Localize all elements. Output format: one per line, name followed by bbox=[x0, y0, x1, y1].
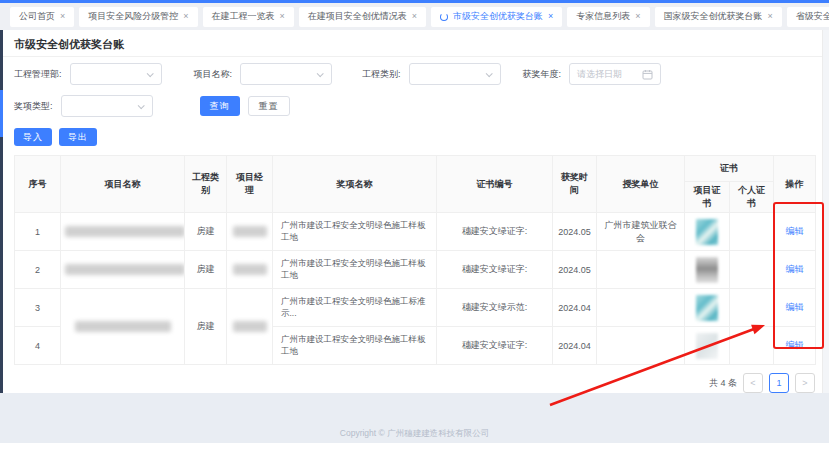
filter-year: 获奖年度: 请选择日期 bbox=[523, 63, 662, 85]
footer-copyright: Copyright © 广州穗建建造科技有限公司 bbox=[0, 428, 829, 440]
cell-unit bbox=[597, 251, 685, 289]
tab-national-award-ledger[interactable]: 国家级安全创优获奖台账 × bbox=[655, 7, 782, 27]
tab-label: 市级安全创优获奖台账 bbox=[453, 10, 543, 23]
tab-provincial-award-ledger[interactable]: 省级安全创优获奖台账 × bbox=[787, 7, 829, 27]
header-cert-no: 证书编号 bbox=[437, 156, 553, 213]
header-seq: 序号 bbox=[15, 156, 61, 213]
calendar-icon bbox=[642, 69, 653, 80]
cell-category: 房建 bbox=[185, 289, 227, 365]
cell-cert-no: 穗建安文绿证字: bbox=[437, 251, 553, 289]
header-time: 获奖时间 bbox=[553, 156, 597, 213]
close-icon[interactable]: × bbox=[635, 12, 640, 21]
category-select[interactable] bbox=[409, 63, 501, 85]
cell-category: 房建 bbox=[185, 213, 227, 251]
cell-category: 房建 bbox=[185, 251, 227, 289]
cell-seq: 1 bbox=[15, 213, 61, 251]
cell-award: 广州市建设工程安全文明绿色施工标准示... bbox=[273, 289, 437, 327]
header-action: 操作 bbox=[774, 156, 816, 213]
awards-table: 序号 项目名称 工程类别 项目经理 奖项名称 证书编号 获奖时间 授奖单位 证书… bbox=[14, 155, 816, 365]
reset-button[interactable]: 重置 bbox=[248, 96, 290, 116]
tab-label: 在建项目安全创优情况表 bbox=[308, 10, 407, 23]
chevron-down-icon bbox=[137, 102, 144, 109]
cell-cert-no: 穗建安文绿示范: bbox=[437, 289, 553, 327]
cell-time: 2024.04 bbox=[553, 327, 597, 365]
close-icon[interactable]: × bbox=[412, 12, 417, 21]
loading-spinner-icon bbox=[440, 13, 448, 21]
close-icon[interactable]: × bbox=[280, 12, 285, 21]
cell-time: 2024.05 bbox=[553, 251, 597, 289]
tab-inprogress-award-status[interactable]: 在建项目安全创优情况表 × bbox=[299, 7, 426, 27]
header-project-cert: 项目证书 bbox=[685, 182, 730, 213]
tab-projects-overview[interactable]: 在建工程一览表 × bbox=[203, 7, 294, 27]
tab-label: 在建工程一览表 bbox=[212, 10, 275, 23]
cell-personal-cert bbox=[730, 289, 774, 327]
header-personal-cert: 个人证书 bbox=[730, 182, 774, 213]
scrollbar-track[interactable] bbox=[822, 30, 829, 393]
next-page-button[interactable]: > bbox=[795, 373, 815, 393]
search-button[interactable]: 查询 bbox=[200, 96, 240, 116]
edit-link[interactable]: 编辑 bbox=[786, 302, 804, 312]
cell-action: 编辑 bbox=[774, 213, 816, 251]
certificate-thumbnail[interactable] bbox=[696, 219, 718, 245]
tab-company-home[interactable]: 公司首页 × bbox=[10, 7, 74, 27]
cell-time: 2024.04 bbox=[553, 289, 597, 327]
tab-label: 项目安全风险分级管控 bbox=[88, 10, 178, 23]
cell-time: 2024.05 bbox=[553, 213, 597, 251]
cell-project-cert bbox=[685, 327, 730, 365]
close-icon[interactable]: × bbox=[548, 12, 553, 21]
cell-action: 编辑 bbox=[774, 327, 816, 365]
edit-link[interactable]: 编辑 bbox=[786, 264, 804, 274]
filter-project: 项目名称: bbox=[194, 63, 333, 85]
cell-action: 编辑 bbox=[774, 251, 816, 289]
header-award: 奖项名称 bbox=[273, 156, 437, 213]
cell-project-cert bbox=[685, 213, 730, 251]
close-icon[interactable]: × bbox=[60, 12, 65, 21]
cell-personal-cert bbox=[730, 327, 774, 365]
certificate-thumbnail[interactable] bbox=[696, 295, 718, 321]
award-type-select[interactable] bbox=[61, 95, 153, 117]
table-row: 1 房建 广州市建设工程安全文明绿色施工样板工地 穗建安文绿证字: 2024.0… bbox=[15, 213, 816, 251]
redacted-text bbox=[65, 226, 185, 237]
chevron-down-icon bbox=[317, 70, 324, 77]
cell-unit: 广州市建筑业联合会 bbox=[597, 213, 685, 251]
export-button[interactable]: 导出 bbox=[59, 128, 97, 146]
filter-row-1: 工程管理部: 项目名称: 工程类别: 获奖年度: 请选择日期 bbox=[3, 63, 829, 85]
certificate-thumbnail[interactable] bbox=[696, 257, 718, 283]
prev-page-button[interactable]: < bbox=[743, 373, 763, 393]
cell-action: 编辑 bbox=[774, 289, 816, 327]
cell-personal-cert bbox=[730, 213, 774, 251]
cell-award: 广州市建设工程安全文明绿色施工样板工地 bbox=[273, 327, 437, 365]
filter-award-type: 奖项类型: bbox=[14, 95, 153, 117]
pagination: 共 4 条 < 1 > bbox=[3, 373, 829, 393]
project-name-select[interactable] bbox=[240, 63, 332, 85]
edit-link[interactable]: 编辑 bbox=[786, 226, 804, 236]
cell-project-cert bbox=[685, 251, 730, 289]
header-manager: 项目经理 bbox=[227, 156, 273, 213]
page-1-button[interactable]: 1 bbox=[769, 373, 789, 393]
tab-project-risk-control[interactable]: 项目安全风险分级管控 × bbox=[79, 7, 197, 27]
toolbar: 导入 导出 bbox=[3, 128, 829, 146]
dept-select[interactable] bbox=[70, 63, 162, 85]
date-placeholder: 请选择日期 bbox=[577, 68, 642, 81]
header-project: 项目名称 bbox=[61, 156, 185, 213]
tab-expert-list[interactable]: 专家信息列表 × bbox=[567, 7, 649, 27]
cell-manager-redacted bbox=[227, 289, 273, 365]
cell-seq: 2 bbox=[15, 251, 61, 289]
tab-label: 省级安全创优获奖台账 bbox=[796, 10, 829, 23]
cell-manager-redacted bbox=[227, 213, 273, 251]
cell-project-cert bbox=[685, 289, 730, 327]
chevron-down-icon bbox=[485, 70, 492, 77]
close-icon[interactable]: × bbox=[183, 12, 188, 21]
cell-award: 广州市建设工程安全文明绿色施工样板工地 bbox=[273, 213, 437, 251]
tab-city-award-ledger[interactable]: 市级安全创优获奖台账 × bbox=[431, 7, 562, 27]
filter-label-dept: 工程管理部: bbox=[14, 68, 62, 81]
import-button[interactable]: 导入 bbox=[14, 128, 52, 146]
award-year-input[interactable]: 请选择日期 bbox=[569, 63, 661, 85]
table-row: 2 房建 广州市建设工程安全文明绿色施工样板工地 穗建安文绿证字: 2024.0… bbox=[15, 251, 816, 289]
edit-link[interactable]: 编辑 bbox=[786, 340, 804, 350]
tab-bar: 公司首页 × 项目安全风险分级管控 × 在建工程一览表 × 在建项目安全创优情况… bbox=[0, 3, 829, 30]
close-icon[interactable]: × bbox=[768, 12, 773, 21]
total-count: 共 4 条 bbox=[709, 377, 737, 390]
cell-unit bbox=[597, 327, 685, 365]
certificate-thumbnail[interactable] bbox=[696, 333, 718, 359]
